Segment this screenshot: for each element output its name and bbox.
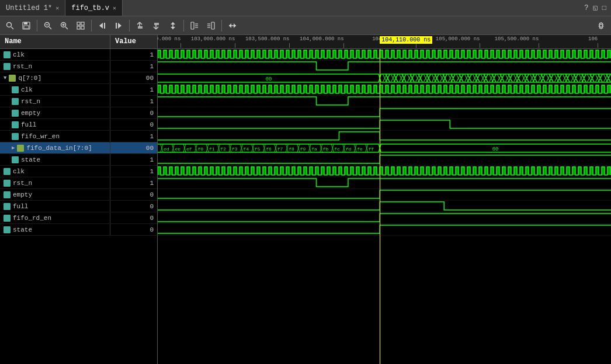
signal-row[interactable]: rst_n1 [0, 96, 157, 107]
zoom-in-button[interactable] [57, 18, 72, 33]
waveform-path [158, 74, 611, 82]
wire-icon [4, 215, 11, 222]
signal-name-label: clk [13, 168, 25, 175]
tab-fifo[interactable]: fifo_tb.v ✕ [65, 0, 123, 16]
wave-row[interactable] [158, 224, 611, 236]
move-signal-button[interactable] [165, 18, 180, 33]
signal-row[interactable]: empty0 [0, 189, 157, 201]
timeline-tick-line [480, 43, 480, 48]
signal-row[interactable]: ▼q[7:0]00 [0, 72, 157, 84]
signal-name-label: clk [13, 51, 25, 58]
waveform-svg [158, 107, 611, 118]
save-button[interactable] [19, 18, 34, 33]
signal-row[interactable]: full0 [0, 201, 157, 212]
wave-row[interactable] [158, 177, 611, 189]
signal-value-cell: 1 [110, 166, 157, 177]
timeline-tick-label: 103,500.000 ns [245, 36, 290, 42]
zoom-out-button[interactable] [40, 18, 55, 33]
signal-name-cell: full [0, 119, 110, 130]
waveform-svg [158, 96, 611, 107]
wave-row[interactable] [158, 212, 611, 224]
wave-content[interactable]: 00edeeeff0f1f2f3f4f5f6f7f8f9fafbfcfdfeff… [158, 49, 611, 364]
signal-name-cell: ▶fifo_data_in[7:0] [0, 142, 110, 153]
timeline-tick: 104,000.000 ns [343, 35, 344, 48]
remove-signal-button[interactable] [149, 18, 164, 33]
signal-name-label: full [21, 121, 36, 128]
signal-name-cell: rst_n [0, 61, 110, 72]
wave-row[interactable] [158, 201, 611, 212]
next-edge-button[interactable] [111, 18, 126, 33]
wave-row[interactable] [158, 119, 611, 131]
signal-row[interactable]: full0 [0, 119, 157, 131]
wave-row[interactable] [158, 166, 611, 177]
signal-row[interactable]: fifo_rd_en0 [0, 212, 157, 224]
settings-button[interactable] [593, 18, 609, 33]
svg-rect-33 [191, 22, 194, 29]
signal-name-label: state [21, 156, 40, 163]
signal-name-label: fifo_wr_en [21, 133, 60, 140]
restore-btn[interactable]: ◱ [593, 4, 598, 12]
signal-row[interactable]: rst_n1 [0, 61, 157, 72]
timeline-tick-label: 106 [588, 36, 598, 42]
bus-hex-label: fd [346, 146, 352, 152]
signal-row[interactable]: clk1 [0, 166, 157, 177]
search-button[interactable] [2, 18, 18, 33]
signal-row[interactable]: clk1 [0, 84, 157, 96]
signal-value-cell: 0 [110, 107, 157, 118]
signal-row[interactable]: clk1 [0, 49, 157, 61]
signal-panel: Name Value clk1rst_n1▼q[7:0]00clk1rst_n1… [0, 35, 158, 364]
fit-button[interactable] [73, 18, 88, 33]
signal-name-cell: rst_n [0, 96, 110, 107]
waveform-svg [158, 61, 611, 72]
wire-icon [4, 63, 11, 70]
signal-name-label: q[7:0] [18, 75, 41, 82]
tab-untitled-close[interactable]: ✕ [55, 5, 59, 12]
group-right-button[interactable] [203, 18, 218, 33]
wave-row[interactable]: 00 [158, 72, 611, 84]
signal-row[interactable]: ▶fifo_data_in[7:0]00 [0, 142, 157, 154]
signal-row[interactable]: rst_n1 [0, 177, 157, 189]
add-signal-button[interactable] [133, 18, 148, 33]
wave-row[interactable] [158, 84, 611, 96]
expand-arrow-icon[interactable]: ▶ [12, 145, 15, 151]
wave-row[interactable] [158, 107, 611, 119]
signal-name-header: Name [0, 35, 110, 48]
signal-name-cell: state [0, 224, 110, 235]
signal-row[interactable]: empty0 [0, 107, 157, 119]
help-btn[interactable]: ? [584, 4, 588, 12]
timeline-tick-line [289, 43, 290, 48]
expand-arrow-icon[interactable]: ▼ [4, 75, 6, 81]
maximize-btn[interactable]: □ [602, 4, 606, 12]
wave-row[interactable] [158, 96, 611, 107]
wave-row[interactable] [158, 131, 611, 142]
signal-row[interactable]: fifo_wr_en1 [0, 131, 157, 142]
bus-hex-label: ee [175, 146, 180, 152]
wire-icon [4, 51, 11, 58]
signal-row[interactable]: state0 [0, 224, 157, 236]
prev-edge-button[interactable] [95, 18, 110, 33]
wave-row[interactable] [158, 154, 611, 166]
wave-panel[interactable]: 104,110.000 ns 102,500.000 ns103,000.000… [158, 35, 611, 364]
wave-row[interactable] [158, 49, 611, 61]
waveform-path [158, 225, 611, 233]
svg-rect-13 [81, 22, 84, 25]
wave-row[interactable] [158, 189, 611, 201]
wave-timeline[interactable]: 104,110.000 ns 102,500.000 ns103,000.000… [158, 35, 611, 49]
signal-row[interactable]: state1 [0, 154, 157, 166]
wave-row[interactable]: edeeeff0f1f2f3f4f5f6f7f8f9fafbfcfdfeff00 [158, 142, 611, 154]
bus-icon [9, 75, 16, 82]
signal-name-label: rst_n [13, 180, 32, 187]
bus-hex-label: f7 [277, 146, 283, 152]
bus-hex-label: f6 [266, 146, 272, 152]
timeline-tick-label: 105,000.000 ns [436, 36, 480, 42]
group-left-button[interactable] [187, 18, 202, 33]
svg-rect-17 [104, 23, 105, 29]
wire-icon [12, 121, 19, 128]
waveform-path [158, 190, 611, 198]
bus-hex-label: f1 [209, 146, 215, 152]
tab-untitled[interactable]: Untitled 1* ✕ [0, 0, 65, 16]
tab-fifo-close[interactable]: ✕ [113, 5, 116, 12]
signal-name-cell: ▼q[7:0] [0, 72, 110, 83]
expand-button[interactable] [225, 18, 240, 33]
wave-row[interactable] [158, 61, 611, 72]
